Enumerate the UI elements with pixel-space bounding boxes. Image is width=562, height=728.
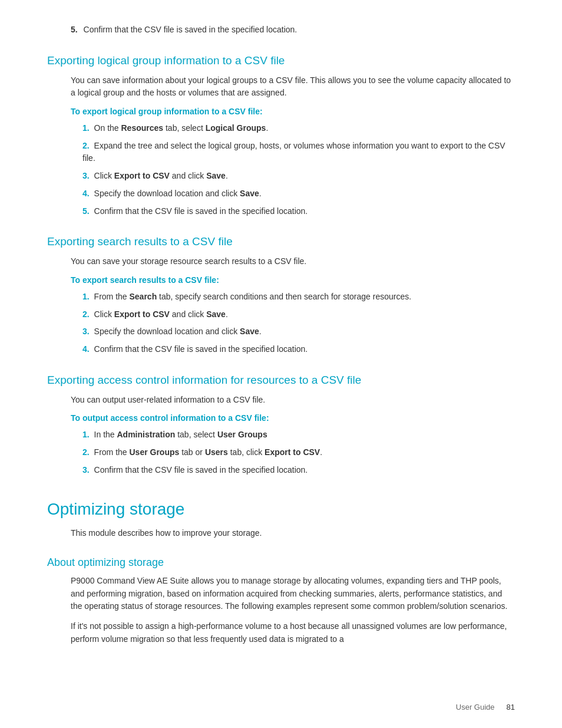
step-num: 2. bbox=[82, 309, 90, 319]
page-container: 5. Confirm that the CSV file is saved in… bbox=[0, 0, 562, 689]
list-item: 5. Confirm that the CSV file is saved in… bbox=[82, 205, 515, 218]
step-text: In the Administration tab, select User G… bbox=[94, 430, 267, 439]
step-num: 1. bbox=[82, 123, 90, 133]
step-number: 5. bbox=[71, 25, 78, 34]
step-num: 3. bbox=[82, 465, 90, 475]
top-step-item: 5. Confirm that the CSV file is saved in… bbox=[71, 24, 515, 37]
step-text: Confirm that the CSV file is saved in th… bbox=[94, 206, 308, 216]
steps-list-logical-group: 1. On the Resources tab, select Logical … bbox=[82, 122, 515, 218]
step-num: 2. bbox=[82, 141, 90, 150]
step-text: From the Search tab, specify search cond… bbox=[94, 292, 412, 301]
page-footer: User Guide 81 bbox=[456, 703, 515, 711]
step-num: 2. bbox=[82, 447, 90, 457]
footer-page-number: 81 bbox=[507, 703, 515, 711]
step-num: 1. bbox=[82, 430, 90, 439]
footer-label: User Guide bbox=[456, 703, 495, 711]
step-num: 1. bbox=[82, 292, 90, 301]
step-text: Confirm that the CSV file is saved in th… bbox=[84, 25, 297, 34]
instruction-label-logical-group: To export logical group information to a… bbox=[71, 107, 515, 116]
steps-list-access-control: 1. In the Administration tab, select Use… bbox=[82, 429, 515, 476]
subsection-body-paragraph-2: If it's not possible to assign a high-pe… bbox=[71, 620, 515, 645]
step-text: Click Export to CSV and click Save. bbox=[94, 171, 228, 180]
section-body-search-results: You can save your storage resource searc… bbox=[71, 255, 515, 268]
steps-list-search-results: 1. From the Search tab, specify search c… bbox=[82, 291, 515, 356]
section-heading-logical-group: Exporting logical group information to a… bbox=[47, 54, 515, 67]
step-text: Confirm that the CSV file is saved in th… bbox=[94, 465, 308, 475]
list-item: 3. Specify the download location and cli… bbox=[82, 325, 515, 338]
step-text: Confirm that the CSV file is saved in th… bbox=[94, 344, 308, 354]
chapter-body-optimizing-storage: This module describes how to improve you… bbox=[71, 527, 515, 540]
section-heading-access-control: Exporting access control information for… bbox=[47, 374, 515, 387]
step-num: 5. bbox=[82, 206, 90, 216]
instruction-label-search-results: To export search results to a CSV file: bbox=[71, 275, 515, 285]
chapter-heading-optimizing-storage: Optimizing storage bbox=[47, 500, 515, 519]
step-text: On the Resources tab, select Logical Gro… bbox=[94, 123, 269, 133]
step-num: 3. bbox=[82, 171, 90, 180]
step-text: Specify the download location and click … bbox=[94, 327, 262, 336]
list-item: 2. Expand the tree and select the logica… bbox=[82, 140, 515, 165]
subsection-heading-about-optimizing: About optimizing storage bbox=[47, 556, 515, 569]
instruction-label-access-control: To output access control information to … bbox=[71, 413, 515, 423]
section-heading-search-results: Exporting search results to a CSV file bbox=[47, 235, 515, 248]
section-body-access-control: You can output user-related information … bbox=[71, 394, 515, 407]
section-body-logical-group: You can save information about your logi… bbox=[71, 74, 515, 100]
list-item: 1. On the Resources tab, select Logical … bbox=[82, 122, 515, 135]
list-item: 2. Click Export to CSV and click Save. bbox=[82, 308, 515, 321]
list-item: 2. From the User Groups tab or Users tab… bbox=[82, 446, 515, 459]
list-item: 1. In the Administration tab, select Use… bbox=[82, 429, 515, 442]
step-num: 4. bbox=[82, 344, 90, 354]
list-item: 4. Confirm that the CSV file is saved in… bbox=[82, 343, 515, 356]
step-text: Click Export to CSV and click Save. bbox=[94, 309, 228, 319]
step-text: Specify the download location and click … bbox=[94, 189, 262, 198]
step-num: 4. bbox=[82, 189, 90, 198]
list-item: 4. Specify the download location and cli… bbox=[82, 187, 515, 200]
list-item: 3. Confirm that the CSV file is saved in… bbox=[82, 464, 515, 477]
step-num: 3. bbox=[82, 327, 90, 336]
step-text: From the User Groups tab or Users tab, c… bbox=[94, 447, 323, 457]
step-text: Expand the tree and select the logical g… bbox=[82, 141, 505, 163]
list-item: 3. Click Export to CSV and click Save. bbox=[82, 170, 515, 183]
subsection-body-paragraph-1: P9000 Command View AE Suite allows you t… bbox=[71, 575, 515, 613]
list-item: 1. From the Search tab, specify search c… bbox=[82, 291, 515, 304]
